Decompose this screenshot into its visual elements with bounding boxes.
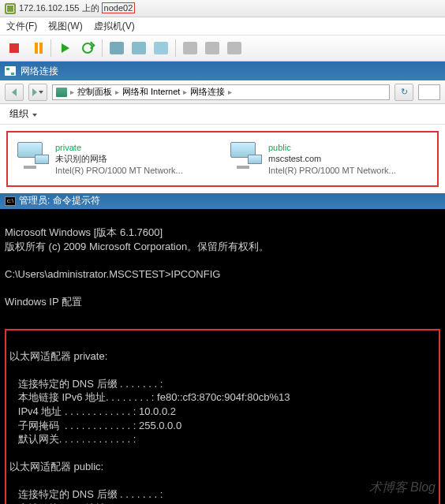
toolbar	[0, 35, 445, 62]
back-button[interactable]	[5, 84, 24, 101]
floppy-button[interactable]	[182, 40, 198, 56]
stop-button[interactable]	[6, 40, 22, 56]
play-button[interactable]	[58, 40, 73, 56]
fwd-button[interactable]	[28, 84, 47, 101]
title-bar: 172.16.102.155 上的 node02	[0, 0, 445, 17]
menu-file[interactable]: 文件(F)	[6, 20, 37, 33]
refresh-button[interactable]	[80, 40, 95, 56]
connection-private[interactable]: private 未识别的网络 Intel(R) PRO/1000 MT Netw…	[17, 142, 215, 176]
console-output: Microsoft Windows [版本 6.1.7600] 版权所有 (c)…	[0, 209, 445, 504]
connections-list: private 未识别的网络 Intel(R) PRO/1000 MT Netw…	[6, 131, 439, 187]
net-button[interactable]	[226, 40, 242, 56]
organize-button[interactable]: 组织	[9, 107, 37, 121]
window-title: 172.16.102.155 上的 node02	[19, 2, 135, 14]
address-bar[interactable]: ▸ 控制面板 ▸ 网络和 Internet ▸ 网络连接 ▸	[52, 84, 390, 100]
network-adapter-icon	[17, 142, 49, 169]
network-connections-header: 网络连接	[0, 62, 445, 80]
network-icon	[5, 66, 16, 76]
revert-button[interactable]	[153, 40, 169, 56]
organize-bar: 组织	[0, 104, 445, 125]
pause-button[interactable]	[28, 40, 44, 56]
snapshot-mgr-button[interactable]	[131, 40, 147, 56]
cmd-icon: c:\	[5, 196, 16, 206]
nav-bar: ▸ 控制面板 ▸ 网络和 Internet ▸ 网络连接 ▸ ↻	[0, 80, 445, 104]
menu-view[interactable]: 视图(W)	[48, 20, 82, 33]
network-adapter-icon	[230, 142, 262, 169]
watermark: 术博客 Blog	[369, 480, 436, 496]
vsphere-icon	[5, 3, 16, 14]
menu-vm[interactable]: 虚拟机(V)	[94, 20, 135, 33]
cd-button[interactable]	[204, 40, 220, 56]
connection-public[interactable]: public mscstest.com Intel(R) PRO/1000 MT…	[230, 142, 428, 176]
menu-bar: 文件(F) 视图(W) 虚拟机(V)	[0, 17, 445, 35]
search-input[interactable]	[418, 84, 440, 100]
addr-refresh-button[interactable]: ↻	[395, 84, 413, 101]
cmd-title-bar: c:\ 管理员: 命令提示符	[0, 193, 445, 209]
snapshot-button[interactable]	[109, 40, 125, 56]
controlpanel-icon	[56, 88, 67, 97]
